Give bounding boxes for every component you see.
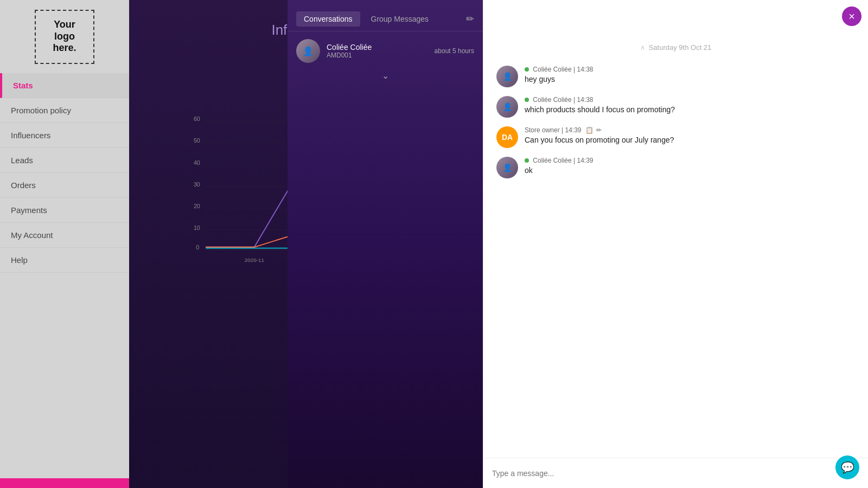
tab-conversations[interactable]: Conversations <box>296 11 360 27</box>
sidebar-item-help[interactable]: Help <box>0 248 129 273</box>
message-content: Store owner | 14:39 📋 ✏ Can you focus on… <box>525 126 674 144</box>
avatar: 👤 <box>496 157 518 178</box>
sender-name: Coliée Coliée <box>533 96 571 104</box>
chat-message: 👤 Coliée Coliée | 14:38 which products s… <box>496 96 855 118</box>
contact-info: Coliée Coliée AMD001 <box>327 43 435 59</box>
chat-message: DA Store owner | 14:39 📋 ✏ Can you focus… <box>496 126 855 148</box>
conversation-item[interactable]: 👤 Coliée Coliée AMD001 about 5 hours <box>288 31 483 70</box>
edit-message-icon[interactable]: ✏ <box>596 126 602 134</box>
close-button[interactable]: × <box>842 7 861 26</box>
sidebar-item-orders[interactable]: Orders <box>0 173 129 198</box>
svg-text:40: 40 <box>194 159 200 166</box>
logo-area: Yourlogohere. <box>0 0 129 73</box>
message-time: | 14:38 <box>573 96 593 104</box>
chat-input-area <box>483 458 868 488</box>
svg-text:50: 50 <box>194 137 200 144</box>
svg-text:0: 0 <box>196 244 199 251</box>
message-sender: Coliée Coliée | 14:38 <box>525 96 675 104</box>
conversations-panel: Conversations Group Messages ✏ 👤 Coliée … <box>288 0 483 488</box>
svg-text:30: 30 <box>194 181 200 188</box>
chevron-down-icon[interactable]: ⌄ <box>288 70 483 81</box>
message-text: hey guys <box>525 75 593 84</box>
message-text: which products should I focus on promoti… <box>525 105 675 114</box>
date-divider: ∧ Saturday 9th Oct 21 <box>496 38 855 57</box>
message-time: | 14:39 <box>573 157 593 164</box>
middle-section: Influencers 27 0% 0 10 20 30 40 50 60 <box>129 0 483 488</box>
contact-avatar: 👤 <box>296 39 320 63</box>
avatar: 👤 <box>496 66 518 87</box>
message-content: Coliée Coliée | 14:38 which products sho… <box>525 96 675 114</box>
sender-name: Store owner <box>525 126 560 134</box>
sidebar: Yourlogohere. Stats Promotion policy Inf… <box>0 0 129 488</box>
contact-code: AMD001 <box>327 52 435 59</box>
message-sender: Coliée Coliée | 14:39 <box>525 157 593 164</box>
sender-name: Coliée Coliée <box>533 157 571 164</box>
chat-input[interactable] <box>492 469 859 478</box>
message-time: | 14:38 <box>573 66 593 73</box>
sidebar-item-promotion-policy[interactable]: Promotion policy <box>0 98 129 123</box>
chevron-up-icon: ∧ <box>640 43 646 52</box>
message-sender: Store owner | 14:39 📋 ✏ <box>525 126 674 134</box>
svg-text:20: 20 <box>194 203 200 209</box>
copy-icon[interactable]: 📋 <box>585 126 593 134</box>
online-dot <box>525 67 529 72</box>
support-chat-button[interactable]: 💬 <box>835 455 859 479</box>
store-owner-avatar: DA <box>496 126 518 148</box>
message-content: Coliée Coliée | 14:39 ok <box>525 157 593 175</box>
logo-box: Yourlogohere. <box>35 10 94 64</box>
contact-name: Coliée Coliée <box>327 43 435 52</box>
right-chat-panel: × ∧ Saturday 9th Oct 21 👤 Coliée Coliée … <box>483 0 868 488</box>
sidebar-item-influencers[interactable]: Influencers <box>0 123 129 148</box>
sidebar-item-payments[interactable]: Payments <box>0 198 129 223</box>
sidebar-item-my-account[interactable]: My Account <box>0 223 129 248</box>
date-divider-text: Saturday 9th Oct 21 <box>649 43 712 52</box>
sender-name: Coliée Coliée <box>533 66 571 73</box>
pink-bar <box>0 478 129 488</box>
svg-text:10: 10 <box>194 224 200 231</box>
message-time: | 14:39 <box>561 126 581 134</box>
sidebar-item-leads[interactable]: Leads <box>0 148 129 173</box>
message-text: ok <box>525 166 593 175</box>
message-text: Can you focus on promoting our July rang… <box>525 136 674 144</box>
svg-text:60: 60 <box>194 115 200 122</box>
conversations-tabs: Conversations Group Messages ✏ <box>288 0 483 31</box>
chat-message: 👤 Coliée Coliée | 14:39 ok <box>496 157 855 178</box>
contact-time: about 5 hours <box>435 47 474 55</box>
app: Yourlogohere. Stats Promotion policy Inf… <box>0 0 868 488</box>
tab-group-messages[interactable]: Group Messages <box>363 11 437 27</box>
chat-messages-area: ∧ Saturday 9th Oct 21 👤 Coliée Coliée | … <box>483 27 868 458</box>
online-dot <box>525 158 529 163</box>
sidebar-bottom <box>0 478 129 488</box>
edit-icon[interactable]: ✏ <box>466 13 474 25</box>
sidebar-item-stats[interactable]: Stats <box>0 73 129 98</box>
svg-text:2020-11: 2020-11 <box>245 257 264 263</box>
message-content: Coliée Coliée | 14:38 hey guys <box>525 66 593 84</box>
avatar: 👤 <box>496 96 518 118</box>
chat-message: 👤 Coliée Coliée | 14:38 hey guys <box>496 66 855 87</box>
message-sender: Coliée Coliée | 14:38 <box>525 66 593 73</box>
online-dot <box>525 98 529 102</box>
